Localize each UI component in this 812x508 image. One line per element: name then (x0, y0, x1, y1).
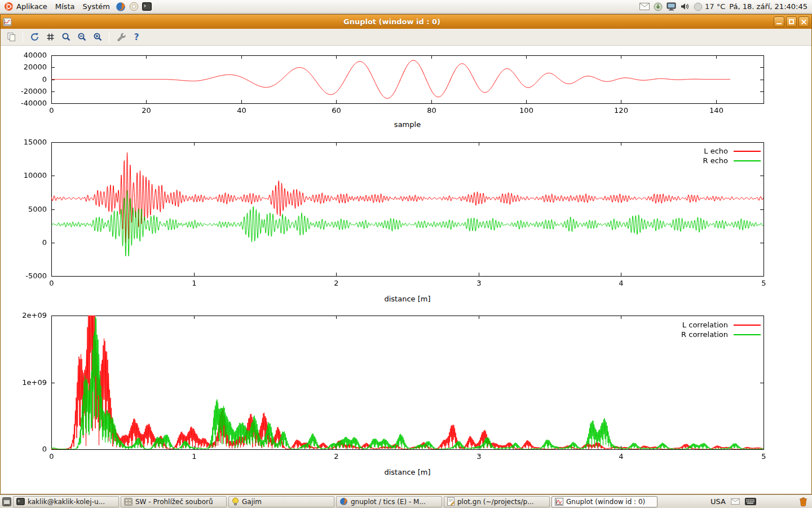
x-axis-label-sample: sample (51, 120, 764, 129)
panel-status-area: 17 °C Pá, 18. září, 21:40:45 (639, 2, 812, 11)
help-icon[interactable] (129, 2, 139, 11)
volume-icon[interactable] (680, 2, 690, 11)
text-editor-icon (447, 497, 454, 506)
toolbar-separator (109, 32, 109, 43)
x-axis-label-distance-correlation: distance [m] (51, 468, 764, 476)
gajim-icon (232, 497, 239, 506)
taskbar-item-label: gnuplot / tics (E) - M... (351, 498, 426, 506)
trash-icon[interactable] (799, 497, 807, 506)
weather-icon (694, 2, 703, 11)
menu-system[interactable]: Systém (78, 0, 113, 14)
terminal-icon[interactable] (142, 2, 152, 11)
taskbar-item-file-manager[interactable]: SW - Prohlížeč souborů (121, 496, 227, 507)
help-glyph: ? (134, 32, 139, 42)
copy-icon[interactable] (4, 30, 19, 45)
plot-area: sample L echo R echo distance [m] L corr… (1, 46, 811, 494)
legend-entry-l-correlation: L correlation (597, 320, 761, 330)
taskbar-item-gnuplot[interactable]: Gnuplot (window id : 0) (551, 496, 657, 507)
legend-entry-r-correlation: R correlation (597, 330, 761, 339)
legend-echo: L echo R echo (597, 146, 761, 165)
temperature-label: 17 °C (705, 2, 725, 11)
menu-applications[interactable]: Aplikace (0, 0, 51, 14)
zoom-in-icon[interactable] (90, 30, 105, 45)
taskbar-item-label: plot.gn (~/projects/p... (457, 498, 534, 506)
ubuntu-logo-icon (4, 2, 14, 11)
gnome-top-panel: Aplikace Místa Systém 17 °C P (0, 0, 812, 14)
mail-icon[interactable] (639, 3, 650, 10)
replot-icon[interactable] (27, 30, 42, 45)
legend-line-sample (734, 334, 761, 335)
settings-wrench-icon[interactable] (113, 30, 128, 45)
legend-correlation: L correlation R correlation (597, 320, 761, 339)
legend-line-sample (734, 160, 761, 161)
taskbar-item-terminal[interactable]: kaklik@kaklik-kolej-u... (13, 496, 119, 507)
taskbar-item-label: Gajim (242, 498, 262, 506)
taskbar-item-label: kaklik@kaklik-kolej-u... (28, 498, 105, 506)
firefox-icon (339, 497, 348, 506)
maximize-button[interactable] (786, 16, 797, 27)
window-title: Gnuplot (window id : 0) (12, 17, 772, 26)
minimize-button[interactable] (774, 16, 784, 27)
gnuplot-toolbar: ? (1, 29, 811, 46)
taskbar-item-label: Gnuplot (window id : 0) (566, 498, 645, 506)
menu-places-label: Místa (55, 2, 75, 11)
legend-label: L echo (704, 147, 728, 155)
taskbar-tray: USA (710, 497, 810, 506)
clock[interactable]: Pá, 18. září, 21:40:45 (729, 2, 807, 11)
chart-canvas-signal[interactable] (1, 49, 811, 119)
window-icon (3, 17, 12, 27)
taskbar-item-browser[interactable]: gnuplot / tics (E) - M... (336, 496, 442, 507)
gnuplot-icon (555, 498, 563, 506)
menu-system-label: Systém (82, 2, 109, 11)
legend-entry-l-echo: L echo (597, 146, 761, 156)
legend-entry-r-echo: R echo (597, 156, 761, 165)
keyboard-indicator-icon[interactable] (745, 498, 756, 505)
legend-line-sample (734, 325, 761, 326)
display-icon[interactable] (667, 2, 676, 11)
show-desktop-icon[interactable] (2, 497, 11, 506)
taskbar-item-label: SW - Prohlížeč souborů (135, 498, 213, 506)
taskbar-item-gajim[interactable]: Gajim (228, 496, 334, 507)
help-question-icon[interactable]: ? (129, 30, 144, 45)
legend-line-sample (734, 151, 761, 152)
terminal-icon (16, 498, 25, 505)
mail-indicator-icon[interactable] (731, 498, 740, 505)
grid-icon[interactable] (43, 30, 58, 45)
firefox-icon[interactable] (116, 2, 126, 12)
menu-places[interactable]: Místa (51, 0, 79, 14)
update-icon[interactable] (654, 2, 663, 11)
weather-applet[interactable]: 17 °C (694, 2, 725, 11)
legend-label: R correlation (681, 330, 728, 339)
zoom-previous-icon[interactable] (59, 30, 73, 45)
close-button[interactable] (798, 16, 809, 27)
taskbar-item-editor[interactable]: plot.gn (~/projects/p... (444, 496, 550, 507)
toolbar-separator (23, 32, 23, 43)
x-axis-label-distance-echo: distance [m] (51, 295, 764, 303)
bottom-panel: kaklik@kaklik-kolej-u... SW - Prohlížeč … (0, 494, 812, 508)
keyboard-layout-indicator[interactable]: USA (710, 497, 726, 506)
titlebar[interactable]: Gnuplot (window id : 0) (1, 15, 811, 29)
zoom-out-icon[interactable] (74, 30, 89, 45)
legend-label: R echo (703, 156, 728, 165)
legend-label: L correlation (682, 321, 728, 329)
file-manager-icon (124, 498, 133, 506)
gnuplot-window: Gnuplot (window id : 0) ? (0, 14, 812, 494)
menu-applications-label: Aplikace (16, 2, 47, 11)
